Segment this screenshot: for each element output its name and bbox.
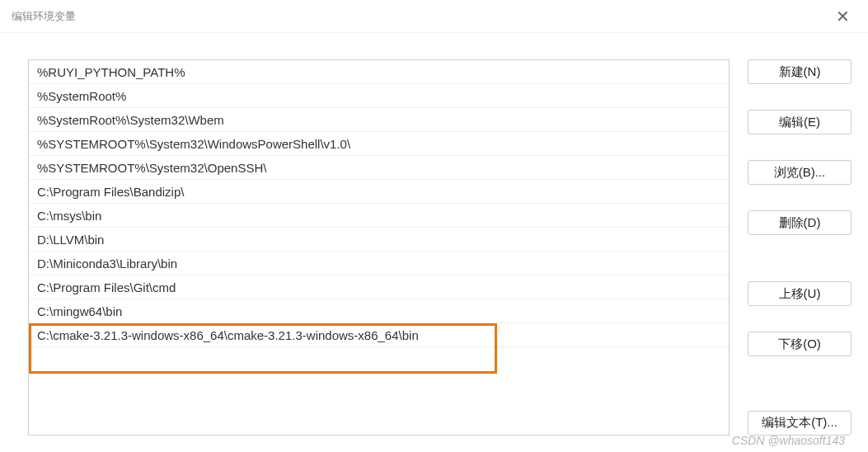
- list-item[interactable]: D:\Miniconda3\Library\bin: [29, 252, 729, 275]
- list-item[interactable]: C:\msys\bin: [29, 204, 729, 228]
- list-item[interactable]: C:\Program Files\Git\cmd: [29, 275, 729, 299]
- list-item[interactable]: %SystemRoot%\System32\Wbem: [29, 108, 729, 132]
- list-item[interactable]: %SystemRoot%: [29, 84, 729, 108]
- move-down-button[interactable]: 下移(O): [748, 332, 852, 356]
- path-listbox[interactable]: %RUYI_PYTHON_PATH% %SystemRoot% %SystemR…: [28, 59, 730, 436]
- dialog-content: %RUYI_PYTHON_PATH% %SystemRoot% %SystemR…: [0, 33, 868, 452]
- list-item[interactable]: %RUYI_PYTHON_PATH%: [29, 60, 729, 84]
- delete-button[interactable]: 删除(D): [748, 210, 852, 235]
- edit-button[interactable]: 编辑(E): [748, 110, 852, 134]
- edit-text-button[interactable]: 编辑文本(T)...: [748, 411, 852, 436]
- list-item[interactable]: C:\Program Files\Bandizip\: [29, 180, 729, 204]
- browse-button[interactable]: 浏览(B)...: [748, 160, 852, 185]
- list-item[interactable]: D:\LLVM\bin: [29, 228, 729, 252]
- list-item[interactable]: C:\cmake-3.21.3-windows-x86_64\cmake-3.2…: [29, 323, 729, 347]
- window-title: 编辑环境变量: [12, 9, 76, 24]
- button-column: 新建(N) 编辑(E) 浏览(B)... 删除(D) 上移(U) 下移(O) 编…: [748, 59, 852, 436]
- titlebar: 编辑环境变量 ✕: [0, 0, 868, 33]
- list-item[interactable]: C:\mingw64\bin: [29, 299, 729, 323]
- new-button[interactable]: 新建(N): [748, 59, 852, 84]
- list-item[interactable]: %SYSTEMROOT%\System32\WindowsPowerShell\…: [29, 132, 729, 156]
- move-up-button[interactable]: 上移(U): [748, 281, 852, 306]
- close-icon[interactable]: ✕: [829, 3, 856, 30]
- list-item[interactable]: %SYSTEMROOT%\System32\OpenSSH\: [29, 156, 729, 180]
